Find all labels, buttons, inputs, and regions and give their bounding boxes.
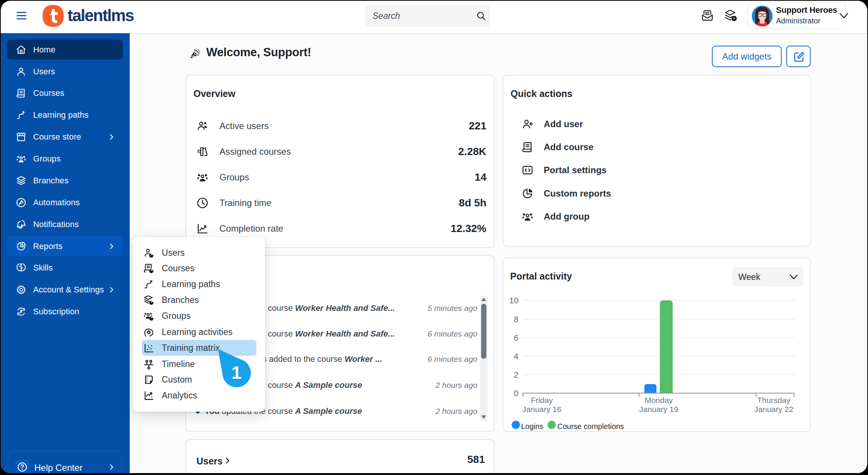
- svg-text:1: 1: [232, 363, 242, 383]
